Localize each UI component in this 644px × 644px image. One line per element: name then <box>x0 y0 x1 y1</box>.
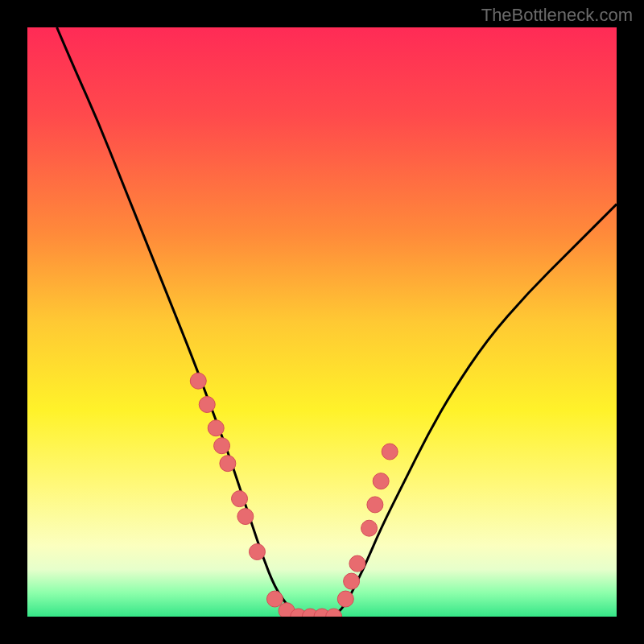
sample-marker <box>214 438 230 454</box>
sample-marker <box>249 543 265 559</box>
sample-marker <box>382 444 398 460</box>
sample-marker <box>237 509 254 525</box>
bottleneck-curve-path <box>57 27 617 617</box>
sample-marker <box>232 491 248 507</box>
sample-marker <box>367 497 383 513</box>
sample-marker <box>373 473 389 489</box>
sample-marker <box>337 591 353 607</box>
watermark-text: TheBottleneck.com <box>481 5 633 26</box>
sample-marker <box>199 396 215 412</box>
sample-marker <box>361 520 378 536</box>
sample-marker <box>208 420 224 436</box>
sample-marker <box>349 555 365 572</box>
bottleneck-curve-svg <box>27 27 617 617</box>
sample-marker <box>190 373 206 389</box>
sample-marker <box>220 456 236 472</box>
sample-markers <box>190 373 398 617</box>
sample-marker <box>344 573 360 589</box>
sample-marker <box>266 591 283 607</box>
plot-area <box>27 27 617 617</box>
